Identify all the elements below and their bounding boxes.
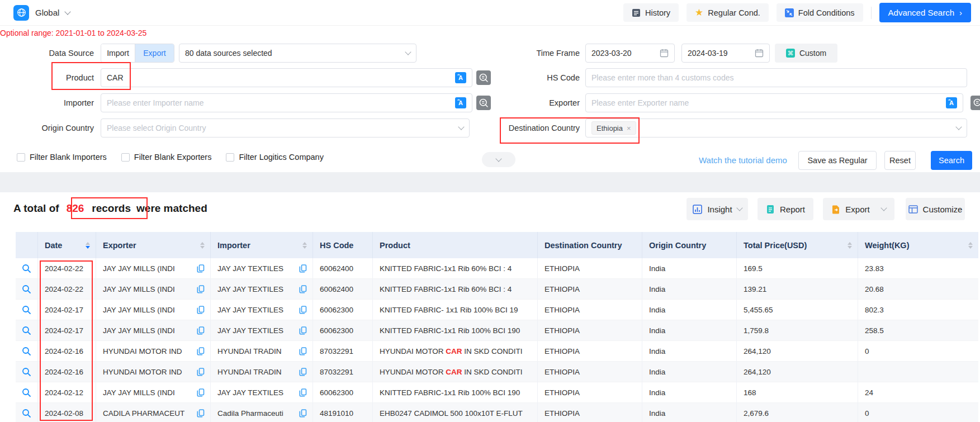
col-header-date[interactable]: Date bbox=[38, 232, 96, 258]
cell-weight: 20.68 bbox=[858, 279, 978, 300]
importer-input[interactable] bbox=[107, 98, 455, 107]
translate-icon[interactable]: A bbox=[455, 97, 466, 108]
customize-button[interactable]: Customize bbox=[906, 198, 965, 220]
product-label: Product bbox=[0, 68, 94, 87]
copy-icon[interactable] bbox=[197, 347, 205, 355]
row-detail-search-icon[interactable] bbox=[16, 279, 38, 300]
cell-hs-code: 48191010 bbox=[313, 403, 373, 422]
insight-button[interactable]: Insight bbox=[687, 198, 748, 220]
calendar-icon bbox=[755, 49, 764, 58]
row-detail-search-icon[interactable] bbox=[16, 258, 38, 279]
cell-date: 2024-02-12 bbox=[38, 382, 96, 403]
hs-code-input[interactable] bbox=[591, 73, 961, 82]
copy-icon[interactable] bbox=[197, 264, 205, 273]
arrow-right-icon: › bbox=[959, 8, 962, 17]
col-header-product: Product bbox=[373, 232, 538, 258]
fold-conditions-button[interactable]: Fold Conditions bbox=[777, 3, 863, 22]
copy-icon[interactable] bbox=[299, 326, 307, 335]
table-row: 2024-02-16HYUNDAI MOTOR INDHYUNDAI TRADI… bbox=[16, 362, 978, 382]
sort-icons[interactable] bbox=[200, 242, 205, 249]
sort-icons[interactable] bbox=[968, 242, 973, 249]
copy-icon[interactable] bbox=[299, 347, 307, 355]
copy-icon[interactable] bbox=[197, 285, 205, 293]
cell-weight: 23.83 bbox=[858, 258, 978, 279]
cell-weight: 802.3 bbox=[858, 300, 978, 320]
match-mode-icon[interactable] bbox=[970, 96, 980, 110]
origin-country-select[interactable]: Please select Origin Country bbox=[101, 118, 470, 137]
row-detail-search-icon[interactable] bbox=[16, 382, 38, 403]
reset-button[interactable]: Reset bbox=[884, 151, 916, 170]
copy-icon[interactable] bbox=[299, 264, 307, 273]
product-input[interactable] bbox=[107, 73, 455, 82]
cell-total-price: 139.21 bbox=[737, 279, 858, 300]
insight-icon bbox=[693, 205, 702, 214]
col-header-exporter[interactable]: Exporter bbox=[96, 232, 211, 258]
row-detail-search-icon[interactable] bbox=[16, 362, 38, 382]
destination-country-select[interactable]: Ethiopia × bbox=[585, 118, 967, 137]
chevron-down-icon[interactable] bbox=[880, 205, 887, 211]
copy-icon[interactable] bbox=[197, 306, 205, 314]
row-detail-search-icon[interactable] bbox=[16, 320, 38, 341]
history-label: History bbox=[645, 8, 670, 17]
save-as-regular-button[interactable]: Save as Regular bbox=[798, 151, 877, 170]
customize-icon bbox=[908, 205, 918, 214]
cell-date: 2024-02-22 bbox=[38, 258, 96, 279]
cell-hs-code: 60062400 bbox=[313, 258, 373, 279]
start-date-input[interactable]: 2023-03-20 bbox=[585, 44, 675, 63]
custom-button[interactable]: ⌘ Custom bbox=[775, 44, 837, 63]
cell-date: 2024-02-17 bbox=[38, 320, 96, 341]
export-label: Export bbox=[845, 205, 869, 214]
tutorial-link[interactable]: Watch the tutorial demo bbox=[699, 151, 787, 170]
tag-remove-icon[interactable]: × bbox=[627, 125, 631, 132]
collapse-conditions-button[interactable] bbox=[482, 152, 515, 167]
record-count: 826 bbox=[67, 202, 84, 215]
checkbox-filter-blank-exporters[interactable]: Filter Blank Exporters bbox=[121, 153, 212, 162]
export-button[interactable]: Export bbox=[823, 198, 894, 220]
translate-icon[interactable]: A bbox=[455, 72, 466, 83]
copy-icon[interactable] bbox=[299, 409, 307, 418]
exporter-input[interactable] bbox=[591, 98, 946, 107]
regular-cond-button[interactable]: ★ Regular Cond. bbox=[687, 3, 769, 22]
exporter-name: CADILA PHARMACEUT bbox=[103, 409, 193, 418]
advanced-search-button[interactable]: Advanced Search › bbox=[879, 3, 971, 22]
summary-prefix: A total of bbox=[13, 202, 59, 215]
row-detail-search-icon[interactable] bbox=[16, 403, 38, 422]
copy-icon[interactable] bbox=[299, 368, 307, 376]
copy-icon[interactable] bbox=[299, 388, 307, 397]
col-header-weight[interactable]: Weight(KG) bbox=[858, 232, 978, 258]
copy-icon[interactable] bbox=[299, 306, 307, 314]
export-tab[interactable]: Export bbox=[135, 44, 174, 62]
copy-icon[interactable] bbox=[299, 285, 307, 293]
fold-icon bbox=[785, 8, 794, 17]
advanced-search-label: Advanced Search bbox=[888, 8, 954, 17]
copy-icon[interactable] bbox=[197, 388, 205, 397]
cell-total-price: 264,120 bbox=[737, 341, 858, 362]
exporter-name: JAY JAY MILLS (INDI bbox=[103, 388, 193, 397]
cell-hs-code: 60062300 bbox=[313, 300, 373, 320]
region-selector[interactable]: Global bbox=[13, 5, 70, 21]
translate-icon[interactable]: A bbox=[946, 97, 957, 108]
checkbox-filter-blank-importers[interactable]: Filter Blank Importers bbox=[17, 153, 107, 162]
copy-icon[interactable] bbox=[197, 368, 205, 376]
sort-icons[interactable] bbox=[302, 242, 307, 249]
sort-icons[interactable] bbox=[86, 242, 90, 249]
col-header-importer[interactable]: Importer bbox=[211, 232, 313, 258]
checkbox-filter-logitics-company[interactable]: Filter Logitics Company bbox=[226, 153, 324, 162]
chevron-down-icon bbox=[458, 124, 464, 130]
report-button[interactable]: Report bbox=[758, 198, 813, 220]
data-source-select[interactable]: 80 data sources selected bbox=[179, 44, 416, 63]
importer-input-wrap: A bbox=[101, 93, 472, 112]
copy-icon[interactable] bbox=[197, 409, 205, 418]
row-detail-search-icon[interactable] bbox=[16, 300, 38, 320]
search-button[interactable]: Search bbox=[931, 151, 972, 170]
row-detail-search-icon[interactable] bbox=[16, 341, 38, 362]
import-tab[interactable]: Import bbox=[101, 44, 135, 62]
end-date-input[interactable]: 2024-03-19 bbox=[681, 44, 770, 63]
checkbox-label: Filter Logitics Company bbox=[239, 153, 324, 162]
col-header-total-price[interactable]: Total Price(USD) bbox=[737, 232, 858, 258]
cell-origin-country: India bbox=[642, 341, 737, 362]
history-button[interactable]: History bbox=[623, 3, 679, 22]
copy-icon[interactable] bbox=[197, 326, 205, 335]
sort-icons[interactable] bbox=[848, 242, 852, 249]
table-header: Date Exporter Importer HS Code Product D… bbox=[16, 232, 978, 258]
